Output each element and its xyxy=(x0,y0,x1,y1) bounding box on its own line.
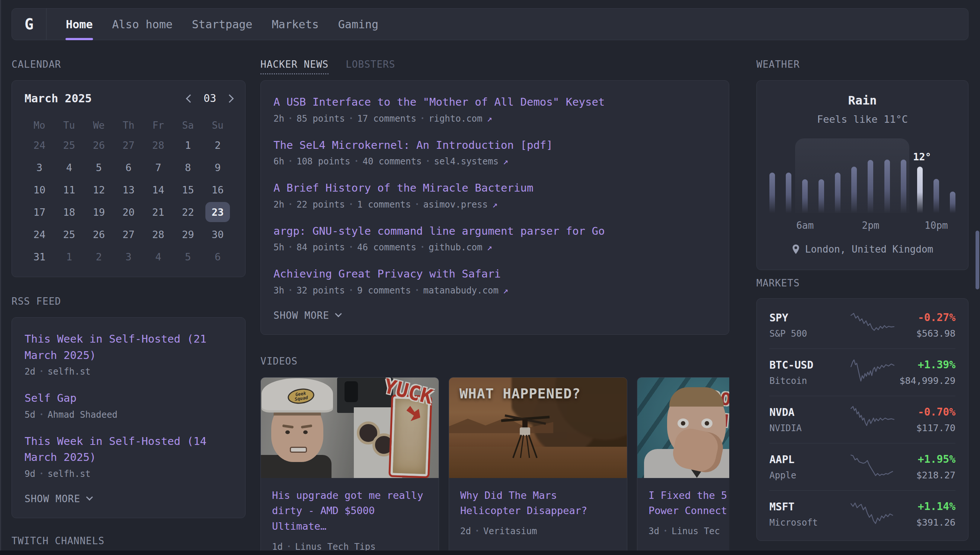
video-title[interactable]: I Fixed the 5Power Connect xyxy=(648,488,729,519)
nav-tab-gaming[interactable]: Gaming xyxy=(338,8,379,40)
video-title[interactable]: Why Did The Mars Helicopter Disappear? xyxy=(460,488,616,519)
nav-tab-markets[interactable]: Markets xyxy=(272,8,319,40)
news-item-domain: matanabudy.com xyxy=(423,285,499,296)
twitch-section-title: TWITCH CHANNELS xyxy=(11,535,245,547)
market-change: +1.14% xyxy=(916,500,956,513)
market-row-msft[interactable]: MSFTMicrosoft+1.14%$391.26 xyxy=(770,490,956,537)
thumbnail-face-detail xyxy=(285,430,290,434)
video-title[interactable]: His upgrade got me really dirty - AMD $5… xyxy=(272,488,428,534)
news-item-comments: 17 comments xyxy=(357,114,416,124)
calendar-weekday: Mo xyxy=(24,117,55,134)
meta-separator: • xyxy=(475,528,479,534)
video-card[interactable]: DO TH T xyxy=(637,377,729,555)
calendar-widget: March 2025 03 MoTuWeThFrSaSu242526272812… xyxy=(11,80,245,277)
market-symbol-block: AAPLApple xyxy=(770,454,848,481)
page-scrollbar-thumb[interactable] xyxy=(975,231,979,289)
market-row-nvda[interactable]: NVDANVIDIA-0.70%$117.70 xyxy=(770,396,956,443)
calendar-day: 7 xyxy=(143,156,173,178)
video-thumbnail[interactable]: YUCK Geek Squad xyxy=(261,378,439,478)
thumbnail-helicopter-icon xyxy=(494,410,557,462)
news-item-title[interactable]: A Brief History of the Miracle Bacterium xyxy=(273,180,716,196)
market-row-btc-usd[interactable]: BTC-USDBitcoin+1.39%$84,999.29 xyxy=(770,348,956,396)
calendar-day: 3 xyxy=(24,156,55,178)
thumbnail-face-detail xyxy=(705,421,709,425)
calendar-day: 17 xyxy=(24,201,55,223)
market-row-aapl[interactable]: AAPLApple+1.95%$218.27 xyxy=(770,443,956,490)
calendar-day-today: 23 xyxy=(203,201,233,223)
calendar-prev-icon[interactable] xyxy=(186,94,194,103)
market-symbol-block: SPYS&P 500 xyxy=(770,312,848,339)
chevron-down-icon xyxy=(335,310,342,317)
market-ticker: MSFT xyxy=(770,501,848,513)
calendar-day: 8 xyxy=(173,156,203,178)
calendar-day: 6 xyxy=(203,245,233,268)
news-item-title[interactable]: The SeL4 Microkernel: An Introduction [p… xyxy=(273,137,716,154)
news-show-more-button[interactable]: SHOW MORE xyxy=(273,310,716,321)
calendar-day: 14 xyxy=(143,178,173,201)
news-item-domain: asimov.press xyxy=(423,199,488,210)
rss-show-more-button[interactable]: SHOW MORE xyxy=(24,493,233,504)
market-price: $117.70 xyxy=(916,423,956,433)
video-card[interactable]: YUCK Geek Squad His upgr xyxy=(260,377,439,555)
meta-separator: • xyxy=(350,115,353,122)
external-link-icon: ↗ xyxy=(487,114,492,124)
market-ticker: NVDA xyxy=(770,406,848,419)
market-name: S&P 500 xyxy=(770,329,848,339)
news-item-points: 84 points xyxy=(297,242,345,253)
rss-item-title[interactable]: This Week in Self-Hosted (14 March 2025) xyxy=(24,433,233,466)
rss-item: This Week in Self-Hosted (21 March 2025)… xyxy=(24,331,233,377)
weather-hourly-chart: 12° xyxy=(770,136,956,213)
thumbnail-hard-hat xyxy=(261,378,333,410)
calendar-day: 24 xyxy=(24,134,55,156)
news-item-points: 85 points xyxy=(297,114,345,124)
news-item-meta: 2h•85 points•17 comments•righto.com↗ xyxy=(273,114,716,124)
thumbnail-red-text: DO TH T xyxy=(704,387,729,453)
news-item-title[interactable]: Achieving Great Privacy with Safari xyxy=(273,266,716,282)
app-logo[interactable]: G xyxy=(12,8,47,40)
thumbnail-face-detail xyxy=(290,447,307,453)
thumbnail-face-detail xyxy=(282,424,294,428)
video-thumbnail[interactable]: WHAT HAPPENED? xyxy=(449,378,627,478)
calendar-day: 11 xyxy=(55,178,84,201)
calendar-weekday: Tu xyxy=(55,117,84,134)
calendar-day: 15 xyxy=(173,178,203,201)
calendar-month-number: 03 xyxy=(204,92,216,104)
market-symbol-block: BTC-USDBitcoin xyxy=(770,359,848,386)
news-item-title[interactable]: A USB Interface to the "Mother of All De… xyxy=(273,94,716,111)
weather-time-label: 10pm xyxy=(925,220,948,231)
market-price: $563.98 xyxy=(916,328,956,339)
nav-tab-also-home[interactable]: Also home xyxy=(112,8,173,40)
nav-tab-startpage[interactable]: Startpage xyxy=(192,8,253,40)
news-tab-lobsters[interactable]: LOBSTERS xyxy=(346,59,395,73)
weather-current-temp: 12° xyxy=(913,151,931,162)
rss-item-meta: 5d•Ahmad Shadeed xyxy=(24,409,233,420)
thumbnail-face-detail xyxy=(677,419,689,428)
meta-separator: • xyxy=(421,115,424,122)
video-age: 2d xyxy=(460,526,471,536)
market-row-spy[interactable]: SPYS&P 500-0.27%$563.98 xyxy=(770,302,956,348)
market-ticker: AAPL xyxy=(770,454,848,466)
weather-bar xyxy=(786,173,791,213)
dashboard-content: CALENDAR March 2025 03 MoTuWeThFrSaSu242… xyxy=(0,59,980,555)
market-sparkline xyxy=(848,500,897,529)
news-tab-hacker-news[interactable]: HACKER NEWS xyxy=(260,59,329,74)
thumbnail-pc-case-shape xyxy=(354,407,402,478)
thumbnail-speaker-shape xyxy=(345,381,358,402)
video-card[interactable]: WHAT HAPPENED? Why Did The Mars Helicopt… xyxy=(449,377,627,555)
calendar-day: 4 xyxy=(143,245,173,268)
weather-bar xyxy=(802,179,808,213)
videos-row: YUCK Geek Squad His upgr xyxy=(260,377,729,555)
market-name: Apple xyxy=(770,470,848,481)
rss-item-title[interactable]: This Week in Self-Hosted (21 March 2025) xyxy=(24,331,233,363)
weather-time-label: 2pm xyxy=(862,220,879,231)
news-item-title[interactable]: argp: GNU-style command line argument pa… xyxy=(273,223,716,239)
nav-tab-home[interactable]: Home xyxy=(66,8,93,40)
rss-item-title[interactable]: Self Gap xyxy=(24,390,233,407)
video-thumbnail[interactable]: DO TH T xyxy=(637,378,729,478)
weather-bar xyxy=(835,173,840,213)
thumbnail-face-detail xyxy=(301,424,313,428)
calendar-day: 19 xyxy=(84,201,114,223)
rss-section: RSS FEED This Week in Self-Hosted (21 Ma… xyxy=(11,296,245,518)
weather-widget: Rain Feels like 11°C 12° 6am2pm10pm Lond… xyxy=(756,80,969,270)
calendar-next-icon[interactable] xyxy=(226,94,234,103)
